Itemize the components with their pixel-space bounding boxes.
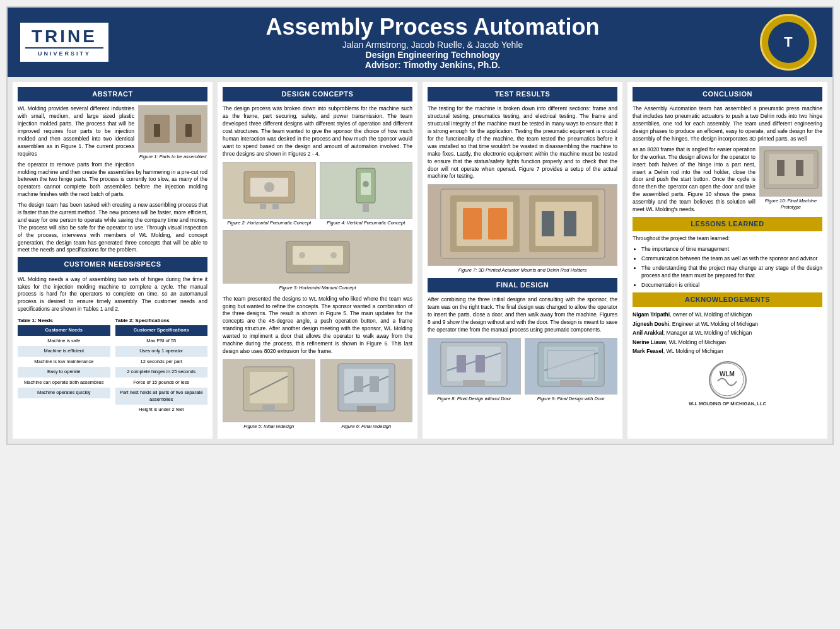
- svg-point-17: [330, 252, 337, 258]
- specs-cell: 2 complete hinges in 25 seconds: [115, 367, 208, 378]
- ack-line: Jignesh Doshi, Engineer at WL Molding of…: [633, 320, 822, 329]
- seal-inner: T: [768, 22, 809, 63]
- figs-5-6-container: Figure 5: Initial redesign Figure: [223, 359, 412, 430]
- ack-line: Mark Feasel, WL Molding of Michigan: [633, 347, 822, 356]
- header: TRINE UNIVERSITY Assembly Process Automa…: [8, 8, 832, 77]
- svg-rect-42: [463, 380, 485, 386]
- specs-cell: 12 seconds per part: [115, 357, 208, 367]
- fig1-container: Figure 1: Parts to be assembled: [138, 105, 207, 161]
- fig4-caption: Figure 4: Vertical Pneumatic Concept: [320, 220, 413, 227]
- fig6-container: Figure 6: Final redesign: [320, 359, 413, 430]
- fig8-image: [428, 338, 521, 395]
- conclusion-content: The Assembly Automation team has assembl…: [633, 105, 822, 216]
- content-area: ABSTRACT Figure 1: Parts to be assembled…: [8, 77, 832, 444]
- fig5-container: Figure 5: Initial redesign: [223, 359, 315, 430]
- svg-rect-38: [447, 347, 501, 381]
- final-design-title: FINAL DESIGN: [428, 278, 617, 292]
- seal-outer: T: [760, 14, 817, 71]
- wlm-logo-container: WLM W-L MOLDING OF MICHIGAN, LLC: [633, 361, 822, 408]
- test-body: The testing for the machine is broken do…: [428, 105, 617, 180]
- fig3-image: [223, 230, 412, 284]
- header-center: Assembly Process Automation Jalan Armstr…: [121, 14, 744, 70]
- fig3-wrap: Figure 3: Horizontal Manual Concept: [223, 230, 412, 292]
- test-results-title: TEST RESULTS: [428, 87, 617, 101]
- fig2-caption: Figure 2: Horizontal Pneumatic Concept: [223, 220, 316, 227]
- svg-rect-36: [564, 211, 576, 236]
- wlm-logo: WLM: [709, 361, 747, 399]
- svg-rect-40: [457, 355, 466, 372]
- lessons-list: The importance of time managementCommuni…: [633, 246, 822, 289]
- needs-cell: Machine is efficient: [18, 346, 110, 357]
- fig9-image: [525, 338, 618, 395]
- svg-rect-15: [312, 267, 324, 272]
- table1-label: Table 1: Needs: [18, 317, 110, 324]
- fig3-container: Figure 3: Horizontal Manual Concept: [223, 230, 412, 292]
- fig5-caption: Figure 5: Initial redesign: [223, 424, 315, 430]
- svg-rect-19: [250, 372, 288, 403]
- fig1-caption: Figure 1: Parts to be assembled: [138, 154, 207, 161]
- department: Design Engineering Technology: [121, 50, 744, 60]
- ack-line: Nigam Tripathi, owner of WL Molding of M…: [633, 311, 822, 320]
- fig2-container: Figure 2: Horizontal Pneumatic Concept: [223, 162, 316, 227]
- lesson-item: The importance of time management: [641, 246, 822, 253]
- needs-cell: Machine can operate both assemblies: [18, 378, 110, 388]
- specs-cell: Force of 15 pounds or less: [115, 378, 208, 388]
- specs-cell: Height is under 2 feet: [115, 405, 208, 415]
- fig9-caption: Figure 9: Final Design with Door: [525, 396, 618, 403]
- fig3-caption: Figure 3: Horizontal Manual Concept: [223, 285, 412, 292]
- fig6-caption: Figure 6: Final redesign: [320, 424, 413, 430]
- lessons-title: LESSONS LEARNED: [633, 217, 822, 231]
- lesson-item: Documentation is critical: [641, 282, 822, 289]
- fig4-image: [320, 162, 413, 219]
- svg-rect-12: [363, 204, 369, 212]
- abstract-content: Figure 1: Parts to be assembled WL Moldi…: [18, 105, 207, 202]
- fig8-caption: Figure 8: Final Design without Door: [428, 396, 521, 403]
- advisor: Advisor: Timothy Jenkins, Ph.D.: [121, 60, 744, 70]
- design-body1: The design process was broken down into …: [223, 105, 412, 158]
- svg-point-53: [711, 363, 744, 396]
- svg-rect-32: [488, 208, 507, 239]
- fig10-caption: Figure 10: Final Machine Prototype: [759, 198, 822, 211]
- svg-rect-7: [260, 204, 266, 209]
- column-3: TEST RESULTS The testing for the machine…: [423, 82, 622, 439]
- column-1: ABSTRACT Figure 1: Parts to be assembled…: [13, 82, 213, 439]
- needs-cell: Machine is low maintenance: [18, 357, 110, 367]
- table2-label: Table 2: Specifications: [115, 317, 208, 324]
- svg-rect-49: [769, 154, 814, 184]
- column-4: CONCLUSION The Assembly Automation team …: [627, 82, 827, 439]
- svg-rect-46: [547, 350, 595, 378]
- needs-cell: Machine is safe: [18, 336, 110, 347]
- specs-cell: Part nest holds all parts of two separat…: [115, 388, 208, 405]
- fig10-container: Figure 10: Final Machine Prototype: [759, 146, 822, 211]
- svg-rect-47: [560, 380, 582, 386]
- fig7-caption: Figure 7: 3D Printed Actuator Mounts and…: [458, 267, 587, 274]
- figs-8-9-container: Figure 8: Final Design without Door Figu…: [428, 338, 617, 403]
- svg-rect-8: [272, 204, 279, 209]
- logo-divider: [25, 47, 103, 49]
- customer-needs-body: WL Molding needs a way of assembling two…: [18, 276, 207, 313]
- fig7-container: Figure 7: 3D Printed Actuator Mounts and…: [428, 184, 617, 274]
- column-2: DESIGN CONCEPTS The design process was b…: [218, 82, 417, 439]
- wlm-company-name: W-L MOLDING OF MICHIGAN, LLC: [689, 401, 766, 408]
- university-text: UNIVERSITY: [38, 50, 91, 57]
- fig8-container: Figure 8: Final Design without Door: [428, 338, 521, 403]
- design-concepts-title: DESIGN CONCEPTS: [223, 87, 412, 101]
- needs-header: Customer Needs: [18, 325, 110, 336]
- svg-rect-21: [262, 405, 275, 411]
- needs-cell: Machine operates quickly: [18, 388, 110, 398]
- fig4-container: Figure 4: Vertical Pneumatic Concept: [320, 162, 413, 227]
- specs-cell: Max PSI of 55: [115, 336, 208, 347]
- specs-table: Customer Specifications Max PSI of 55Use…: [115, 325, 208, 415]
- specs-cell: Uses only 1 operator: [115, 346, 208, 357]
- svg-point-16: [299, 252, 305, 258]
- svg-point-6: [264, 182, 274, 192]
- table1-wrap: Table 1: Needs Customer Needs Machine is…: [18, 317, 110, 415]
- design-body2: The team presented the designs to WL Mol…: [223, 296, 412, 355]
- conclusion-body1: The Assembly Automation team has assembl…: [633, 105, 822, 142]
- abstract-body3: The design team has been tasked with cre…: [18, 202, 207, 254]
- fig2-image: [223, 162, 316, 219]
- trine-seal: T: [757, 14, 820, 71]
- figs-2-4-container: Figure 2: Horizontal Pneumatic Concept F…: [223, 162, 412, 227]
- needs-table: Customer Needs Machine is safeMachine is…: [18, 325, 110, 398]
- specs-header: Customer Specifications: [115, 325, 208, 336]
